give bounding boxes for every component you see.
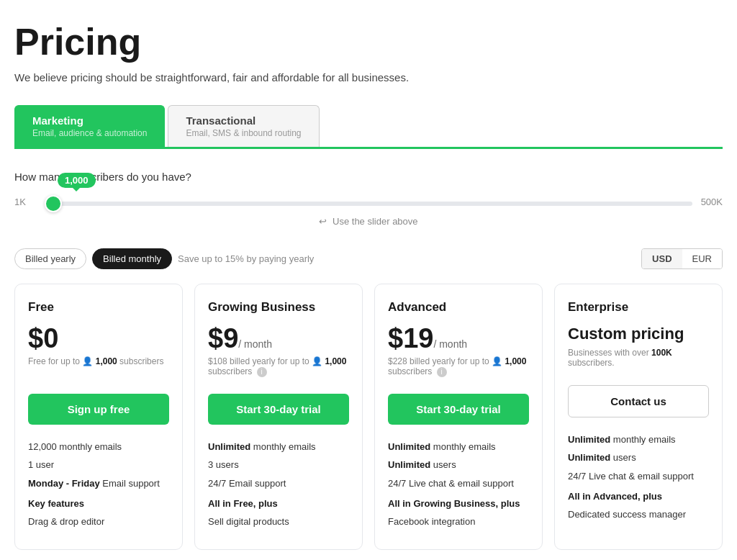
plan-features-advanced: Unlimited monthly emailsUnlimited users2… (388, 441, 529, 528)
plan-feature-item: 24/7 Live chat & email support (568, 470, 709, 483)
plan-feature-item: Key features (28, 497, 169, 510)
plan-billing-note-advanced: $228 billed yearly for up to 👤 1,000 sub… (388, 356, 529, 381)
plan-features-growing: Unlimited monthly emails3 users24/7 Emai… (208, 441, 349, 528)
billed-monthly-btn[interactable]: Billed monthly (92, 248, 172, 269)
plan-feature-item: 24/7 Live chat & email support (388, 477, 529, 490)
plan-cta-enterprise[interactable]: Contact us (568, 385, 709, 417)
plan-billing-note-growing: $108 billed yearly for up to 👤 1,000 sub… (208, 356, 349, 381)
plan-price-free: $0 (28, 325, 169, 352)
slider-row: 1K 1,000 500K (14, 194, 723, 209)
plan-feature-item: Dedicated success manager (568, 508, 709, 521)
tab-transactional[interactable]: Transactional Email, SMS & inbound routi… (168, 105, 319, 147)
plan-feature-item: 12,000 monthly emails (28, 441, 169, 453)
plan-cta-advanced[interactable]: Start 30-day trial (388, 394, 529, 425)
page-title: Pricing (14, 22, 723, 63)
plan-features-free: 12,000 monthly emails1 userMonday - Frid… (28, 441, 169, 528)
currency-usd-btn[interactable]: USD (642, 249, 682, 268)
plan-name-enterprise: Enterprise (568, 300, 709, 315)
plan-feature-item: 24/7 Email support (208, 477, 349, 490)
billed-yearly-btn[interactable]: Billed yearly (14, 248, 86, 269)
plans-grid: Free$0Free for up to 👤 1,000 subscribers… (14, 284, 723, 550)
currency-eur-btn[interactable]: EUR (682, 249, 722, 268)
plan-price-enterprise: Custom pricing (568, 325, 709, 343)
tab-marketing-sub: Email, audience & automation (32, 128, 147, 138)
plan-price-advanced: $19/ month (388, 325, 529, 352)
billing-left: Billed yearly Billed monthly Save up to … (14, 248, 314, 269)
billing-row: Billed yearly Billed monthly Save up to … (14, 248, 723, 269)
plan-card-advanced: Advanced$19/ month$228 billed yearly for… (374, 284, 543, 550)
plan-feature-item: Unlimited users (568, 451, 709, 464)
plan-feature-item: Facebook integration (388, 515, 529, 528)
plan-features-enterprise: Unlimited monthly emailsUnlimited users2… (568, 433, 709, 521)
plan-card-free: Free$0Free for up to 👤 1,000 subscribers… (14, 284, 183, 550)
plan-billing-note-enterprise: Businesses with over 100K subscribers. (568, 348, 709, 372)
tab-transactional-label: Transactional (186, 114, 301, 127)
plan-feature-item: All in Advanced, plus (568, 490, 709, 503)
tab-marketing-label: Marketing (32, 114, 147, 127)
plan-feature-item: Unlimited monthly emails (568, 433, 709, 446)
tab-transactional-sub: Email, SMS & inbound routing (186, 128, 301, 138)
plan-card-enterprise: EnterpriseCustom pricingBusinesses with … (554, 284, 723, 550)
plan-name-free: Free (28, 300, 169, 315)
tab-marketing[interactable]: Marketing Email, audience & automation (14, 105, 165, 147)
plan-feature-item: 1 user (28, 459, 169, 471)
plan-feature-item: All in Growing Business, plus (388, 497, 529, 510)
slider-hint-icon: ↩ (319, 216, 327, 227)
billing-save-text: Save up to 15% by paying yearly (178, 253, 314, 264)
plan-feature-item: Drag & drop editor (28, 515, 169, 528)
tabs-row: Marketing Email, audience & automation T… (14, 105, 723, 149)
plan-billing-note-free: Free for up to 👤 1,000 subscribers (28, 356, 169, 381)
plan-feature-item: Unlimited users (388, 459, 529, 471)
plan-feature-item: Unlimited monthly emails (388, 441, 529, 453)
plan-feature-item: Unlimited monthly emails (208, 441, 349, 453)
slider-max-label: 500K (701, 197, 723, 207)
slider-min-label: 1K (14, 197, 36, 207)
plan-feature-item: 3 users (208, 459, 349, 471)
plan-cta-growing[interactable]: Start 30-day trial (208, 394, 349, 425)
plan-name-advanced: Advanced (388, 300, 529, 315)
slider-question: How many subscribers do you have? (14, 171, 723, 183)
slider-section: How many subscribers do you have? 1K 1,0… (14, 171, 723, 227)
plan-price-growing: $9/ month (208, 325, 349, 352)
plan-cta-free[interactable]: Sign up free (28, 394, 169, 425)
page-subtitle: We believe pricing should be straightfor… (14, 71, 723, 83)
plan-feature-item: Monday - Friday Email support (28, 477, 169, 490)
plan-card-growing: Growing Business$9/ month$108 billed yea… (194, 284, 363, 550)
slider-hint: ↩ Use the slider above (14, 216, 723, 227)
currency-toggle: USD EUR (641, 248, 723, 269)
subscribers-slider[interactable] (45, 202, 692, 206)
plan-feature-item: Sell digital products (208, 515, 349, 528)
plan-name-growing: Growing Business (208, 300, 349, 315)
slider-wrapper: 1,000 (45, 194, 692, 209)
plan-feature-item: All in Free, plus (208, 497, 349, 510)
slider-tooltip: 1,000 (58, 173, 96, 188)
